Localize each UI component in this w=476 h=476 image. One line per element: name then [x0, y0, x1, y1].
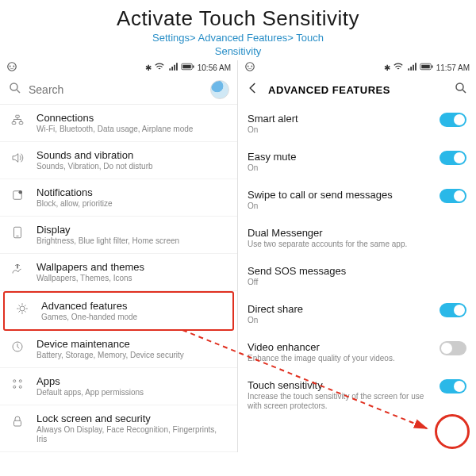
settings-item-apps[interactable]: Apps Default apps, App permissions	[0, 368, 237, 405]
status-time: 10:56 AM	[198, 63, 231, 72]
settings-item-device[interactable]: Device maintenance Battery, Storage, Mem…	[0, 331, 237, 368]
search-row	[0, 75, 237, 105]
feature-item[interactable]: Video enhancer Enhance the image quality…	[238, 333, 476, 371]
svg-point-20	[13, 386, 16, 388]
svg-rect-28	[432, 66, 433, 68]
svg-rect-8	[16, 115, 20, 117]
svg-point-2	[13, 66, 14, 67]
item-title: Notifications	[36, 186, 228, 198]
item-subtitle: Always On Display, Face Recognition, Fin…	[36, 425, 228, 444]
svg-point-29	[456, 83, 463, 90]
svg-rect-4	[182, 65, 191, 69]
svg-rect-27	[421, 65, 430, 69]
item-title: Display	[36, 224, 228, 236]
breadcrumb-line2: Sensitivity	[215, 45, 262, 57]
status-time: 11:57 AM	[436, 63, 470, 72]
device-icon	[10, 338, 25, 354]
status-bar: ✱ 10:56 AM	[0, 60, 237, 75]
reddit-icon	[244, 61, 255, 74]
settings-item-lock[interactable]: Lock screen and security Always On Displ…	[0, 405, 237, 452]
svg-line-30	[463, 90, 466, 93]
item-title: Connections	[36, 112, 228, 124]
highlight-circle	[435, 414, 470, 449]
feature-item[interactable]: Easy mute On	[238, 143, 476, 181]
breadcrumb: Settings> Advanced Features> Touch Sensi…	[0, 32, 476, 59]
notif-icon	[10, 186, 25, 202]
toggle-switch[interactable]	[440, 151, 466, 165]
svg-rect-5	[193, 66, 194, 68]
svg-rect-9	[12, 122, 16, 125]
avatar[interactable]	[210, 80, 229, 99]
settings-item-connections[interactable]: Connections Wi-Fi, Bluetooth, Data usage…	[0, 105, 237, 142]
search-input[interactable]	[29, 83, 204, 96]
settings-item-sound[interactable]: Sounds and vibration Sounds, Vibration, …	[0, 142, 237, 179]
search-icon[interactable]	[8, 81, 22, 98]
svg-point-24	[248, 66, 249, 67]
feature-item[interactable]: Swipe to call or send messages On	[238, 181, 476, 219]
svg-rect-10	[19, 122, 23, 125]
feature-title: Send SOS messages	[248, 265, 466, 277]
feature-subtitle: Use two separate accounts for the same a…	[248, 240, 466, 249]
feature-item[interactable]: Smart alert On	[238, 105, 476, 143]
feature-title: Direct share	[248, 303, 432, 315]
item-subtitle: Games, One-handed mode	[41, 313, 223, 322]
settings-item-notif[interactable]: Notifications Block, allow, prioritize	[0, 179, 237, 217]
feature-item[interactable]: Touch sensitivity Increase the touch sen…	[238, 371, 476, 419]
bluetooth-icon: ✱	[384, 63, 390, 72]
svg-point-21	[19, 386, 21, 388]
item-title: Lock screen and security	[36, 413, 228, 424]
battery-icon	[420, 63, 434, 72]
item-title: Advanced features	[41, 300, 223, 312]
lock-icon	[10, 413, 25, 428]
svg-point-18	[13, 380, 16, 382]
sound-icon	[10, 149, 25, 165]
page-title: Activate Touch Sensitivity	[0, 0, 476, 31]
feature-title: Smart alert	[248, 113, 432, 125]
feature-item[interactable]: Direct share On	[238, 295, 476, 333]
feature-title: Dual Messenger	[248, 227, 466, 239]
feature-item[interactable]: Send SOS messages Off	[238, 257, 476, 295]
wifi-icon	[393, 61, 404, 74]
svg-rect-15	[17, 264, 18, 268]
toggle-switch[interactable]	[440, 379, 466, 393]
feature-subtitle: On	[248, 202, 432, 211]
feature-title: Video enhancer	[248, 341, 432, 353]
item-title: Wallpapers and themes	[36, 261, 228, 273]
feature-subtitle: On	[248, 125, 432, 135]
toggle-switch[interactable]	[440, 303, 466, 317]
apps-icon	[10, 375, 25, 391]
item-subtitle: Battery, Storage, Memory, Device securit…	[36, 351, 228, 360]
settings-screen: ✱ 10:56 AM	[0, 60, 238, 452]
settings-item-wallpaper[interactable]: Wallpapers and themes Wallpapers, Themes…	[0, 254, 237, 291]
item-subtitle: Default apps, App permissions	[36, 388, 228, 397]
reddit-icon	[6, 61, 17, 74]
svg-point-19	[19, 380, 21, 382]
feature-item[interactable]: Dual Messenger Use two separate accounts…	[238, 219, 476, 257]
search-icon[interactable]	[454, 81, 468, 98]
back-icon[interactable]	[246, 81, 260, 98]
feature-subtitle: Enhance the image quality of your videos…	[248, 354, 432, 363]
toggle-switch[interactable]	[440, 189, 466, 203]
feature-title: Easy mute	[248, 151, 432, 163]
settings-item-display[interactable]: Display Brightness, Blue light filter, H…	[0, 217, 237, 254]
item-subtitle: Wallpapers, Themes, Icons	[36, 274, 228, 283]
connections-icon	[10, 112, 25, 128]
item-subtitle: Block, allow, prioritize	[36, 199, 228, 209]
feature-subtitle: Off	[248, 278, 466, 287]
signal-icon	[167, 61, 178, 74]
feature-title: Touch sensitivity	[248, 379, 432, 391]
display-icon	[10, 224, 25, 240]
header-title: ADVANCED FEATURES	[268, 84, 446, 96]
breadcrumb-line1: Settings> Advanced Features> Touch	[152, 32, 324, 44]
feature-subtitle: On	[248, 316, 432, 325]
svg-point-23	[246, 63, 255, 71]
settings-item-advanced[interactable]: Advanced features Games, One-handed mode	[3, 291, 234, 331]
item-subtitle: Brightness, Blue light filter, Home scre…	[36, 236, 228, 246]
svg-rect-22	[14, 420, 21, 426]
advanced-icon	[14, 300, 30, 316]
feature-subtitle: On	[248, 163, 432, 173]
item-title: Device maintenance	[36, 338, 228, 350]
svg-line-7	[17, 90, 20, 93]
toggle-switch[interactable]	[440, 341, 466, 355]
toggle-switch[interactable]	[440, 113, 466, 127]
